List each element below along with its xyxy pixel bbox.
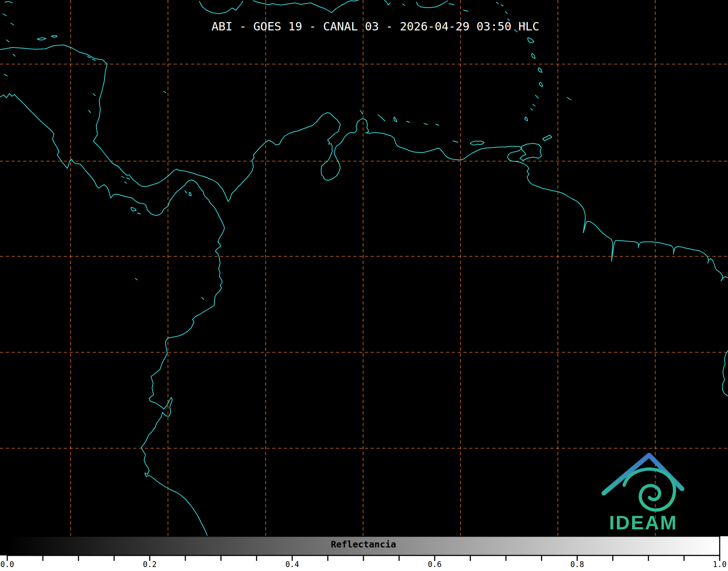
colorbar: 0.00.20.40.60.81.0 Reflectancia xyxy=(0,536,728,571)
colorbar-ticks xyxy=(7,555,720,561)
colorbar-tick-label: 1.0 xyxy=(713,560,727,569)
product-title: ABI - GOES 19 - CANAL 03 - 2026-04-29 03… xyxy=(211,20,539,33)
colorbar-tick-label: 0.0 xyxy=(0,560,14,569)
colorbar-tick-label: 0.2 xyxy=(143,560,157,569)
satellite-map-canvas: ABI - GOES 19 - CANAL 03 - 2026-04-29 03… xyxy=(0,0,728,571)
satellite-image-viewport: ABI - GOES 19 - CANAL 03 - 2026-04-29 03… xyxy=(0,0,728,571)
colorbar-tick-label: 0.8 xyxy=(570,560,584,569)
colorbar-tick-label: 0.4 xyxy=(285,560,299,569)
colorbar-right-margin xyxy=(720,536,728,555)
colorbar-title: Reflectancia xyxy=(331,539,396,550)
map-background xyxy=(0,0,728,555)
logo-wordmark: IDEAM xyxy=(609,512,678,533)
colorbar-tick-label: 0.6 xyxy=(428,560,442,569)
